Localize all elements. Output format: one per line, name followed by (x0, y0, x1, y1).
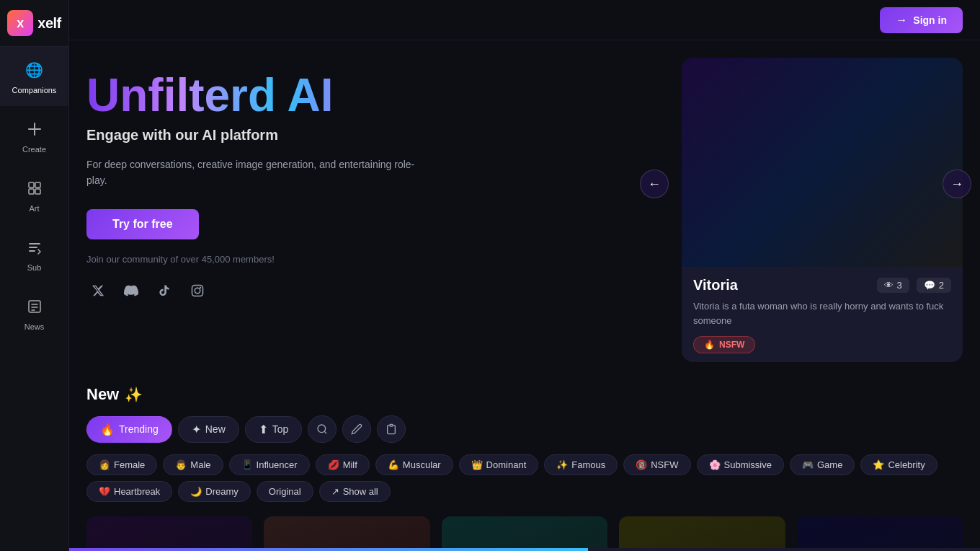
cat-celebrity[interactable]: ⭐ Celebrity (860, 454, 937, 475)
game-label: Game (817, 459, 842, 470)
stat-chats: 💬 2 (917, 278, 951, 293)
female-label: Female (114, 459, 145, 470)
cat-heartbreak[interactable]: 💔 Heartbreak (86, 481, 172, 502)
sub-label: Sub (27, 263, 42, 272)
logo-icon: x (7, 10, 33, 36)
cat-show-all[interactable]: ↗ Show all (319, 481, 391, 502)
cat-muscular[interactable]: 💪 Muscular (375, 454, 453, 475)
card-stats: 👁 3 💬 2 (877, 278, 951, 293)
cat-dreamy[interactable]: 🌙 Dreamy (178, 481, 251, 502)
female-icon: 👩 (99, 459, 110, 470)
cat-famous[interactable]: ✨ Famous (544, 454, 618, 475)
stat-views: 👁 3 (877, 278, 909, 293)
companions-icon: 🌐 (23, 58, 46, 81)
card-prev-button[interactable]: ← (640, 169, 669, 198)
sidebar-item-sub[interactable]: Sub (0, 224, 68, 283)
feature-card: Vitoria 👁 3 💬 2 Vitoria is (682, 58, 963, 362)
sidebar-item-create[interactable]: Create (0, 106, 68, 165)
section-title: New (86, 385, 119, 404)
news-icon (23, 295, 46, 318)
famous-icon: ✨ (556, 459, 568, 470)
filter-tab-top[interactable]: ⬆ Top (245, 416, 303, 443)
heartbreak-label: Heartbreak (114, 486, 160, 497)
cat-nsfw[interactable]: 🔞 NSFW (623, 454, 690, 475)
main-content: → Sign in ← Unfilterd AI Engage with our… (69, 0, 980, 551)
top-icon: ⬆ (259, 423, 268, 436)
social-links (86, 279, 664, 302)
svg-rect-5 (35, 189, 40, 194)
views-icon: 👁 (884, 280, 894, 291)
sidebar-item-news[interactable]: News (0, 283, 68, 343)
logo[interactable]: x xelf (7, 10, 61, 36)
card-bg-3 (442, 516, 607, 551)
community-text: Join our community of over 45,000 member… (86, 254, 664, 265)
char-card-5[interactable] (797, 516, 963, 551)
discord-icon[interactable] (120, 279, 143, 302)
sign-in-button[interactable]: → Sign in (880, 7, 963, 33)
trending-icon: 🔥 (100, 423, 115, 436)
show-all-label: Show all (343, 486, 378, 497)
char-card-3[interactable] (442, 516, 607, 551)
sidebar-item-companions[interactable]: 🌐 Companions (0, 47, 68, 106)
section-icon: ✨ (125, 386, 143, 403)
char-card-2[interactable] (264, 516, 429, 551)
char-card-4[interactable] (619, 516, 785, 551)
news-label: News (24, 322, 45, 331)
cat-influencer[interactable]: 📱 Influencer (229, 454, 310, 475)
nsfw-badge[interactable]: 🔥 NSFW (693, 336, 755, 353)
sign-in-icon: → (896, 14, 907, 27)
create-icon (23, 118, 46, 141)
svg-point-12 (200, 287, 201, 288)
sub-icon (23, 236, 46, 259)
hero-title-unfilterd: Unfilterd (86, 69, 276, 121)
char-card-1[interactable] (86, 516, 252, 551)
svg-rect-14 (390, 424, 393, 426)
filter-search-button[interactable] (308, 415, 337, 443)
muscular-icon: 💪 (388, 459, 399, 470)
cat-dominant[interactable]: 👑 Dominant (459, 454, 539, 475)
next-icon: → (950, 177, 963, 192)
cat-milf[interactable]: 💋 Milf (316, 454, 370, 475)
cat-female[interactable]: 👩 Female (86, 454, 157, 475)
new-icon: ✦ (192, 423, 201, 436)
filter-tab-new[interactable]: ✦ New (178, 416, 239, 443)
dominant-label: Dominant (486, 459, 527, 470)
dominant-icon: 👑 (471, 459, 483, 470)
hero-title: Unfilterd AI (86, 72, 664, 118)
nsfw-cat-icon: 🔞 (636, 459, 647, 470)
sidebar-item-art[interactable]: Art (0, 165, 68, 224)
cat-male[interactable]: 👨 Male (163, 454, 223, 475)
male-label: Male (190, 459, 210, 470)
svg-rect-2 (29, 182, 34, 188)
cat-game[interactable]: 🎮 Game (790, 454, 855, 475)
filter-tab-trending[interactable]: 🔥 Trending (86, 416, 172, 443)
instagram-icon[interactable] (186, 279, 209, 302)
tiktok-icon[interactable] (153, 279, 176, 302)
logo-text: xelf (37, 15, 61, 32)
logo-area[interactable]: x xelf (0, 0, 68, 47)
prev-icon: ← (648, 177, 661, 192)
category-tags: 👩 Female 👨 Male 📱 Influencer 💋 Milf 💪 (86, 454, 963, 502)
card-next-button[interactable]: → (943, 169, 971, 198)
card-description: Vitoria is a futa woman who is really ho… (693, 299, 951, 327)
svg-rect-3 (35, 182, 40, 188)
create-label: Create (22, 145, 46, 154)
chats-icon: 💬 (924, 280, 935, 291)
twitter-icon[interactable] (86, 279, 110, 302)
card-image-area (682, 58, 963, 267)
cat-original[interactable]: Original (257, 481, 313, 502)
card-bg-5 (797, 516, 963, 551)
filter-create-button[interactable] (342, 415, 371, 443)
celebrity-icon: ⭐ (873, 459, 884, 470)
hero-section: ← Unfilterd AI Engage with our AI platfo… (86, 58, 963, 362)
filter-paste-button[interactable] (377, 415, 406, 443)
male-icon: 👨 (175, 459, 187, 470)
new-label: New (205, 423, 226, 435)
cat-submissive[interactable]: 🌸 Submissive (697, 454, 784, 475)
content-area: ← Unfilterd AI Engage with our AI platfo… (69, 40, 980, 551)
try-free-button[interactable]: Try for free (86, 209, 199, 239)
card-bg-2 (264, 516, 429, 551)
milf-icon: 💋 (328, 459, 339, 470)
progress-fill (69, 548, 588, 551)
topbar: → Sign in (69, 0, 980, 40)
